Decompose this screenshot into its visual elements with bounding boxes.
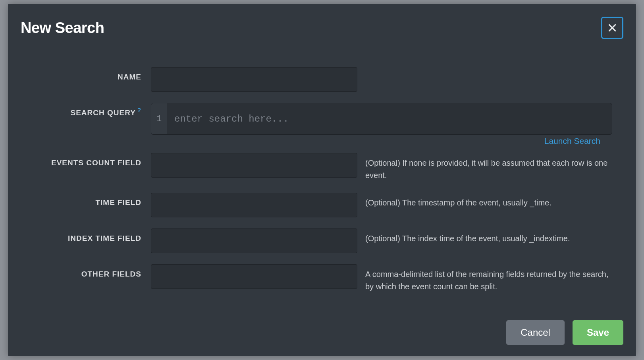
editor-gutter: 1	[151, 103, 167, 134]
modal-body: NAME SEARCH QUERY? 1 Launch Search	[8, 51, 636, 309]
label-events-count: EVENTS COUNT FIELD	[32, 153, 151, 167]
cancel-button[interactable]: Cancel	[506, 320, 565, 345]
time-field-input[interactable]	[151, 193, 357, 217]
label-search-query: SEARCH QUERY?	[32, 103, 151, 117]
hint-events-count: (Optional) If none is provided, it will …	[357, 153, 612, 182]
index-time-input[interactable]	[151, 228, 357, 253]
hint-other-fields: A comma-delimited list of the remaining …	[357, 264, 612, 293]
close-icon	[607, 23, 617, 33]
modal-footer: Cancel Save	[8, 309, 636, 356]
modal-header: New Search	[8, 4, 636, 51]
search-query-input[interactable]	[167, 103, 612, 134]
form-row-other-fields: OTHER FIELDS A comma-delimited list of t…	[32, 264, 612, 293]
modal-title: New Search	[21, 19, 104, 37]
other-fields-input[interactable]	[151, 264, 357, 289]
form-row-name: NAME	[32, 67, 612, 92]
new-search-modal: New Search NAME SEARCH QUERY? 1	[8, 4, 636, 356]
form-row-search-query: SEARCH QUERY? 1	[32, 103, 612, 135]
form-row-time-field: TIME FIELD (Optional) The timestamp of t…	[32, 193, 612, 217]
launch-search-row: Launch Search	[32, 136, 612, 146]
label-name: NAME	[32, 67, 151, 81]
events-count-input[interactable]	[151, 153, 357, 178]
field-col	[151, 153, 357, 178]
save-button[interactable]: Save	[573, 320, 623, 345]
hint-index-time: (Optional) The index time of the event, …	[357, 228, 612, 245]
form-row-events-count: EVENTS COUNT FIELD (Optional) If none is…	[32, 153, 612, 182]
help-icon[interactable]: ?	[137, 106, 141, 113]
name-input[interactable]	[151, 67, 357, 92]
label-search-query-text: SEARCH QUERY	[70, 108, 135, 117]
field-col	[151, 193, 357, 217]
label-time-field: TIME FIELD	[32, 193, 151, 207]
form-row-index-time: INDEX TIME FIELD (Optional) The index ti…	[32, 228, 612, 253]
close-button[interactable]	[601, 17, 623, 39]
label-other-fields: OTHER FIELDS	[32, 264, 151, 279]
hint-time-field: (Optional) The timestamp of the event, u…	[357, 193, 612, 209]
field-col	[151, 264, 357, 289]
hint-empty	[357, 67, 612, 71]
label-index-time: INDEX TIME FIELD	[32, 228, 151, 243]
launch-search-link[interactable]: Launch Search	[544, 136, 600, 146]
field-wide: 1	[151, 103, 612, 135]
search-query-editor[interactable]: 1	[151, 103, 612, 135]
field-col	[151, 228, 357, 253]
field-col	[151, 67, 357, 92]
